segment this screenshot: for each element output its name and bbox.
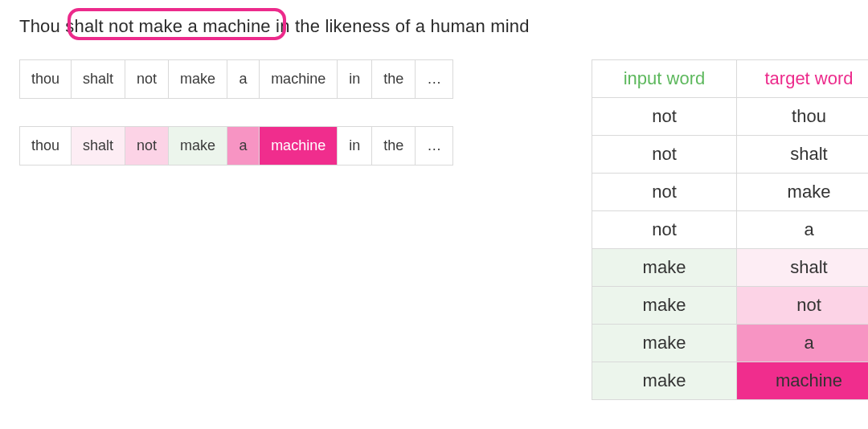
token-cell: the <box>371 126 415 165</box>
pair-target-cell: a <box>737 325 869 362</box>
header-input-word: input word <box>592 60 737 98</box>
pair-target-cell: a <box>737 211 869 249</box>
header-target-word: target word <box>737 60 869 98</box>
pair-row: notshalt <box>592 136 869 174</box>
pair-input-cell: not <box>592 174 737 211</box>
pair-target-cell: make <box>737 174 869 211</box>
pair-target-cell: machine <box>737 362 869 400</box>
pair-input-cell: not <box>592 211 737 249</box>
sentence-text: Thou shalt not make a machine in the lik… <box>19 16 530 36</box>
token-row-plain: thoushaltnotmakeamachineinthe… <box>19 59 566 99</box>
pair-input-cell: make <box>592 249 737 287</box>
pair-row: nota <box>592 211 869 249</box>
pair-target-cell: not <box>737 287 869 325</box>
token-row-highlighted: thoushaltnotmakeamachineinthe… <box>19 126 566 165</box>
pair-row: makea <box>592 325 869 362</box>
example-sentence: Thou shalt not make a machine in the lik… <box>19 16 849 37</box>
token-cell: a <box>227 126 259 165</box>
token-cell: thou <box>19 126 71 165</box>
pair-row: makemachine <box>592 362 869 400</box>
pair-row: notthou <box>592 98 869 136</box>
pair-target-cell: shalt <box>737 249 869 287</box>
context-pairs-table: input word target word notthounotshaltno… <box>592 59 868 400</box>
pair-input-cell: make <box>592 325 737 362</box>
pair-input-cell: make <box>592 362 737 400</box>
pair-input-cell: not <box>592 98 737 136</box>
token-cell: not <box>125 59 168 99</box>
pair-input-cell: not <box>592 136 737 174</box>
token-cell: shalt <box>71 126 125 165</box>
token-cell: not <box>125 126 168 165</box>
pair-row: notmake <box>592 174 869 211</box>
token-cell: in <box>337 59 371 99</box>
token-cell: make <box>168 59 227 99</box>
token-cell: a <box>227 59 259 99</box>
token-cell: in <box>337 126 371 165</box>
token-cell: thou <box>19 59 71 99</box>
token-cell: … <box>415 59 453 99</box>
pair-row: makenot <box>592 287 869 325</box>
token-cell: machine <box>259 59 337 99</box>
pair-target-cell: shalt <box>737 136 869 174</box>
token-cell: … <box>415 126 453 165</box>
token-cell: shalt <box>71 59 125 99</box>
token-cell: machine <box>259 126 337 165</box>
token-cell: make <box>168 126 227 165</box>
pair-row: makeshalt <box>592 249 869 287</box>
token-cell: the <box>371 59 415 99</box>
pair-input-cell: make <box>592 287 737 325</box>
pair-target-cell: thou <box>737 98 869 136</box>
